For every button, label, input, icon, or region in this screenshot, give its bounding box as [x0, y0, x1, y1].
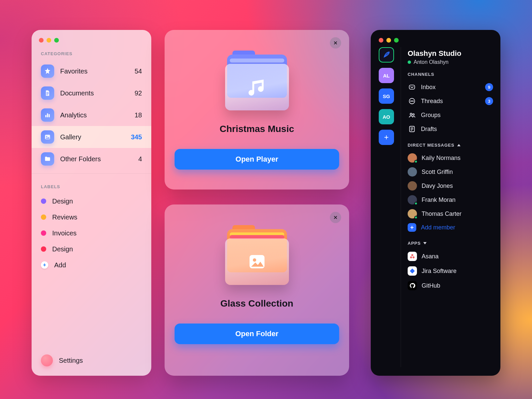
category-other-folders[interactable]: Other Folders 4: [32, 148, 151, 170]
avatar: [408, 195, 417, 204]
asana-icon: [408, 252, 417, 261]
app-jira[interactable]: Jira Software: [408, 264, 493, 278]
window-controls-left: [32, 37, 151, 44]
dm-name: Davy Jones: [422, 183, 453, 190]
label-name: Reviews: [52, 213, 77, 221]
workspace-sg[interactable]: SG: [379, 88, 394, 104]
dm-name: Kaily Normans: [422, 155, 461, 162]
label-color-dot: [41, 246, 46, 252]
workspace-title: Olashyn Studio: [408, 49, 493, 58]
category-count: 54: [135, 67, 142, 75]
svg-point-16: [410, 256, 412, 258]
image-icon: [41, 130, 54, 144]
close-window-icon[interactable]: [39, 38, 44, 43]
svg-point-4: [46, 136, 47, 137]
dm-kaily-normans[interactable]: Kaily Normans: [408, 151, 493, 165]
svg-point-17: [413, 256, 415, 258]
category-favorites[interactable]: Favorites 54: [32, 60, 151, 82]
collapse-up-icon: [457, 144, 461, 146]
open-folder-button[interactable]: Open Folder: [175, 324, 339, 344]
avatar: [408, 209, 417, 218]
groups-icon: [408, 111, 416, 119]
dm-heading[interactable]: DIRECT MESSAGES: [408, 143, 493, 148]
minimize-window-icon[interactable]: [47, 38, 51, 43]
svg-point-13: [413, 114, 414, 115]
svg-rect-1: [47, 113, 48, 117]
category-gallery[interactable]: Gallery 345: [32, 126, 151, 148]
workspace-al[interactable]: AL: [379, 68, 394, 83]
inbox-icon: [408, 83, 416, 91]
category-analytics[interactable]: Analytics 18: [32, 104, 151, 126]
svg-point-15: [411, 254, 413, 256]
category-label: Analytics: [60, 111, 129, 119]
threads-icon: [408, 97, 416, 105]
labels-heading: LABELS: [32, 177, 151, 193]
svg-point-10: [412, 101, 412, 101]
card-title: Glass Collection: [220, 298, 293, 309]
app-asana[interactable]: Asana: [408, 249, 493, 264]
avatar: [408, 181, 417, 191]
close-card-button[interactable]: [330, 212, 341, 223]
label-color-dot: [41, 214, 46, 220]
document-icon: [41, 86, 54, 100]
open-player-button[interactable]: Open Player: [175, 149, 339, 170]
dm-davy-jones[interactable]: Davy Jones: [408, 179, 493, 193]
apps-heading[interactable]: APPS: [408, 241, 493, 246]
app-label: Jira Software: [422, 268, 457, 275]
add-label-button[interactable]: + Add: [32, 257, 151, 273]
minimize-window-icon[interactable]: [386, 38, 391, 43]
chart-icon: [41, 108, 54, 122]
svg-rect-0: [45, 115, 46, 117]
channel-threads[interactable]: Threads 3: [408, 94, 493, 108]
svg-point-11: [413, 101, 414, 101]
label-design-2[interactable]: Design: [32, 241, 151, 257]
add-member-button[interactable]: + Add member: [408, 221, 493, 234]
maximize-window-icon[interactable]: [54, 38, 59, 43]
gallery-folder-icon: [220, 222, 294, 285]
card-title: Christmas Music: [219, 124, 294, 134]
workspace-feather[interactable]: [379, 47, 394, 63]
jira-icon: [408, 266, 417, 276]
dm-scott-griffin[interactable]: Scott Griffin: [408, 165, 493, 179]
workspace-user: Anton Olashyn: [408, 59, 493, 65]
close-window-icon[interactable]: [379, 38, 383, 43]
workspace-ao[interactable]: AO: [379, 109, 394, 124]
dm-frank-moran[interactable]: Frank Moran: [408, 193, 493, 207]
category-count: 92: [135, 89, 142, 97]
add-workspace-button[interactable]: +: [379, 130, 394, 145]
app-label: Asana: [422, 253, 439, 260]
svg-rect-2: [49, 114, 50, 117]
channel-label: Drafts: [421, 126, 437, 133]
channel-drafts[interactable]: Drafts: [408, 122, 493, 136]
github-icon: [408, 281, 417, 290]
window-controls-right: [378, 37, 493, 47]
gallery-folder-card: Glass Collection Open Folder: [165, 204, 349, 376]
category-label: Documents: [60, 89, 129, 97]
category-count: 18: [135, 111, 142, 119]
plus-icon: +: [41, 261, 48, 269]
settings-button[interactable]: Settings: [32, 345, 151, 376]
dm-name: Thomas Carter: [422, 210, 462, 217]
maximize-window-icon[interactable]: [394, 38, 399, 43]
star-icon: [41, 65, 54, 78]
avatar: [408, 153, 417, 163]
svg-rect-7: [409, 85, 415, 89]
label-design-1[interactable]: Design: [32, 193, 151, 209]
category-documents[interactable]: Documents 92: [32, 82, 151, 104]
channel-groups[interactable]: Groups: [408, 108, 493, 122]
label-color-dot: [41, 199, 46, 204]
collapse-down-icon: [423, 242, 427, 244]
label-reviews[interactable]: Reviews: [32, 209, 151, 225]
svg-point-6: [253, 258, 256, 262]
channel-inbox[interactable]: Inbox 9: [408, 80, 493, 94]
categories-heading: CATEGORIES: [32, 44, 151, 60]
chat-panel: AL SG AO + Olashyn Studio Anton Olashyn …: [371, 30, 500, 376]
category-label: Other Folders: [60, 155, 132, 163]
dm-thomas-carter[interactable]: Thomas Carter: [408, 207, 493, 221]
app-github[interactable]: GitHub: [408, 278, 493, 293]
settings-label: Settings: [59, 357, 83, 364]
close-card-button[interactable]: [330, 37, 341, 49]
channels-heading: CHANNELS: [408, 72, 493, 77]
label-invoices[interactable]: Invoices: [32, 225, 151, 241]
divider: [32, 173, 151, 174]
